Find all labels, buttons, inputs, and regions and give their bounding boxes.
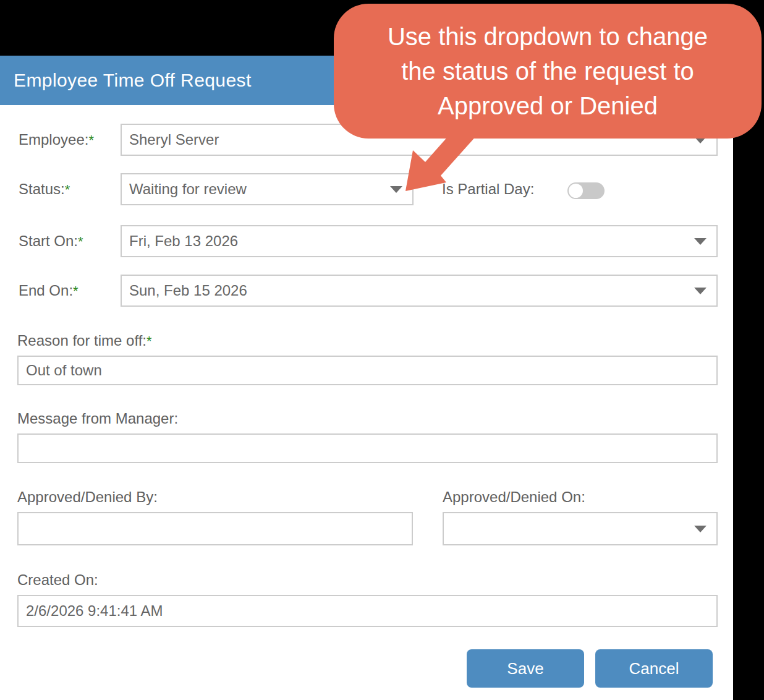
tooltip-arrow-icon (371, 130, 494, 204)
start-on-dropdown-value: Fri, Feb 13 2026 (129, 233, 692, 250)
chevron-down-icon[interactable] (694, 238, 707, 245)
guide-tooltip-text: the status of the request to (401, 54, 694, 88)
start-on-label: Start On:* (19, 232, 83, 251)
manager-message-label: Message from Manager: (17, 409, 178, 428)
reason-input[interactable] (17, 356, 718, 385)
status-label: Status:* (19, 180, 70, 199)
reason-label: Reason for time off:* (17, 331, 152, 351)
chevron-down-icon[interactable] (694, 288, 707, 294)
required-asterisk: * (65, 182, 70, 197)
approved-denied-on-dropdown[interactable] (443, 512, 718, 545)
end-on-label: End On:* (19, 281, 79, 301)
dialog-title: Employee Time Off Request (14, 56, 252, 105)
toggle-knob (569, 184, 583, 198)
save-button[interactable]: Save (467, 649, 584, 688)
status-dropdown-value: Waiting for review (129, 181, 388, 198)
cancel-button[interactable]: Cancel (595, 649, 713, 688)
required-asterisk: * (73, 283, 79, 299)
created-on-input[interactable] (17, 595, 718, 627)
time-off-request-dialog: Employee Time Off Request Employee:* She… (0, 56, 733, 700)
screenshot-canvas: Employee Time Off Request Employee:* She… (0, 0, 764, 700)
approved-denied-on-label: Approved/Denied On: (443, 488, 585, 506)
approved-denied-by-label: Approved/Denied By: (17, 488, 158, 506)
required-asterisk: * (146, 333, 152, 349)
status-dropdown[interactable]: Waiting for review (121, 173, 414, 205)
guide-tooltip: Use this dropdown to change the status o… (334, 4, 762, 139)
created-on-label: Created On: (17, 571, 98, 589)
start-on-dropdown[interactable]: Fri, Feb 13 2026 (121, 225, 718, 257)
employee-label: Employee:* (19, 130, 94, 150)
chevron-down-icon[interactable] (694, 526, 707, 532)
end-on-dropdown[interactable]: Sun, Feb 15 2026 (121, 275, 718, 307)
manager-message-input[interactable] (17, 433, 718, 463)
required-asterisk: * (88, 132, 94, 148)
approved-denied-by-input[interactable] (17, 512, 413, 545)
is-partial-day-toggle[interactable] (567, 182, 605, 199)
guide-tooltip-text: Approved or Denied (438, 88, 658, 123)
end-on-dropdown-value: Sun, Feb 15 2026 (129, 282, 692, 299)
required-asterisk: * (78, 234, 83, 249)
guide-tooltip-text: Use this dropdown to change (388, 19, 708, 54)
